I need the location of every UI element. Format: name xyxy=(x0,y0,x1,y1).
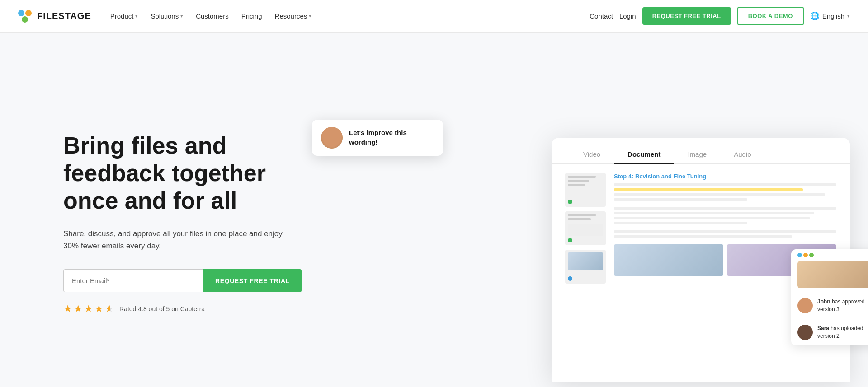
nav-pricing[interactable]: Pricing xyxy=(237,10,267,22)
mock-doc-img-1 xyxy=(614,244,723,276)
tab-audio[interactable]: Audio xyxy=(720,148,764,164)
logo[interactable]: FILESTAGE xyxy=(18,10,91,23)
language-selector[interactable]: 🌐 English ▾ xyxy=(810,11,850,21)
notification-panel: John has approved version 3. Sara has up… xyxy=(791,249,868,345)
brand-name: FILESTAGE xyxy=(37,11,91,21)
nav-customers[interactable]: Customers xyxy=(191,10,233,22)
hero-right: Let's improve this wording! Video Docume… xyxy=(316,65,850,382)
globe-icon: 🌐 xyxy=(810,11,820,21)
commenter-avatar xyxy=(321,127,343,149)
navbar-right: Contact Login REQUEST FREE TRIAL BOOK A … xyxy=(590,7,850,25)
mock-thumb-1 xyxy=(565,173,606,207)
tab-image[interactable]: Image xyxy=(674,148,720,164)
nav-links: Product ▾ Solutions ▾ Customers Pricing … xyxy=(106,10,316,22)
nav-product[interactable]: Product ▾ xyxy=(106,10,143,22)
rating-row: ★ ★ ★ ★ ★ ★ Rated 4.8 out of 5 on Capter… xyxy=(63,303,316,315)
navbar: FILESTAGE Product ▾ Solutions ▾ Customer… xyxy=(0,0,868,33)
tab-video[interactable]: Video xyxy=(570,148,614,164)
login-link[interactable]: Login xyxy=(619,12,636,20)
hero-form: REQUEST FREE TRIAL xyxy=(63,269,316,292)
hero-subtitle: Share, discuss, and approve all your fil… xyxy=(63,228,289,252)
mock-tabs: Video Document Image Audio xyxy=(552,142,850,164)
rating-text: Rated 4.8 out of 5 on Capterra xyxy=(119,305,205,312)
notif-item-john: John has approved version 3. xyxy=(791,293,868,319)
request-trial-button[interactable]: REQUEST FREE TRIAL xyxy=(642,7,731,25)
star-4: ★ xyxy=(94,303,104,315)
notif-photo-area xyxy=(791,261,868,293)
notif-item-sara: Sara has uploaded version 2. xyxy=(791,319,868,345)
star-rating: ★ ★ ★ ★ ★ ★ xyxy=(63,303,114,315)
star-2: ★ xyxy=(74,303,83,315)
email-input[interactable] xyxy=(63,269,203,292)
comment-bubble: Let's improve this wording! xyxy=(312,120,443,156)
star-3: ★ xyxy=(84,303,93,315)
chevron-down-icon: ▾ xyxy=(847,13,850,19)
star-1: ★ xyxy=(63,303,72,315)
tab-document[interactable]: Document xyxy=(614,148,674,164)
notif-text-john: John has approved version 3. xyxy=(817,298,868,313)
mock-doc-title: Step 4: Revision and Fine Tuning xyxy=(614,173,836,180)
chevron-down-icon: ▾ xyxy=(135,13,138,19)
notif-avatar-sara xyxy=(797,325,813,340)
contact-link[interactable]: Contact xyxy=(590,12,613,20)
navbar-left: FILESTAGE Product ▾ Solutions ▾ Customer… xyxy=(18,10,316,23)
notif-text-sara: Sara has uploaded version 2. xyxy=(817,325,868,340)
mock-thumbnail-list xyxy=(565,173,606,284)
hero-left: Bring files and feedback together once a… xyxy=(63,132,316,315)
chevron-down-icon: ▾ xyxy=(180,13,183,19)
notif-logo xyxy=(791,249,868,261)
book-demo-button[interactable]: BOOK A DEMO xyxy=(737,7,804,25)
hero-section: Bring files and feedback together once a… xyxy=(0,33,868,387)
dot-orange xyxy=(803,253,808,257)
logo-icon xyxy=(18,10,33,23)
nav-resources[interactable]: Resources ▾ xyxy=(270,10,316,22)
dot-green xyxy=(809,253,814,257)
comment-text: Let's improve this wording! xyxy=(349,128,434,147)
star-5-half: ★ ★ xyxy=(105,303,114,315)
notif-avatar-john xyxy=(797,298,813,313)
nav-solutions[interactable]: Solutions ▾ xyxy=(146,10,188,22)
dot-blue xyxy=(797,253,802,257)
chevron-down-icon: ▾ xyxy=(309,13,311,19)
mock-thumb-2 xyxy=(565,211,606,245)
hero-cta-button[interactable]: REQUEST FREE TRIAL xyxy=(203,269,302,292)
mock-thumb-3 xyxy=(565,250,606,284)
hero-title: Bring files and feedback together once a… xyxy=(63,132,316,215)
